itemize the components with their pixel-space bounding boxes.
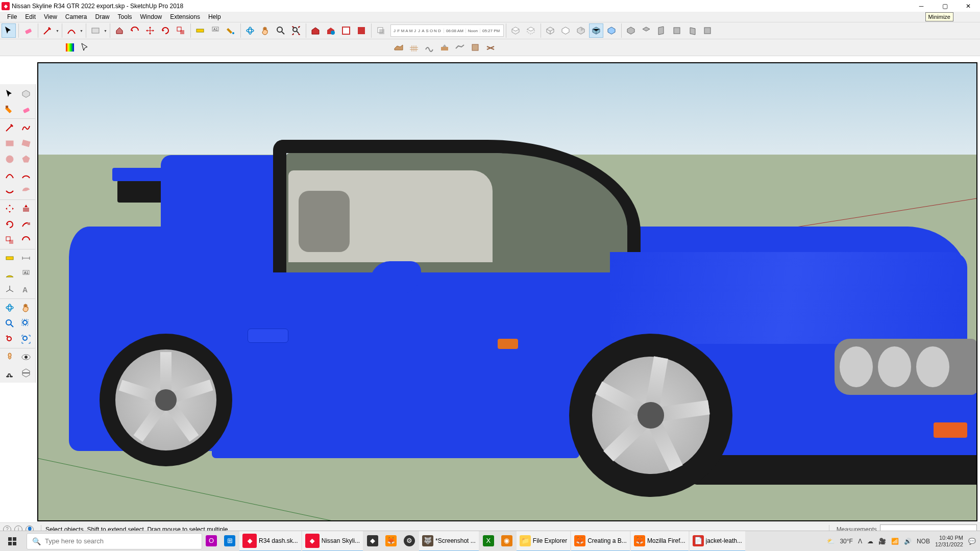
lt-pan[interactable] bbox=[19, 300, 33, 315]
lt-tape[interactable] bbox=[3, 251, 17, 265]
menu-extensions[interactable]: Extensions bbox=[166, 12, 204, 21]
pan-tool[interactable] bbox=[258, 23, 273, 38]
view-back-icon[interactable] bbox=[685, 23, 699, 38]
move-tool[interactable] bbox=[143, 23, 157, 38]
shadow-settings[interactable]: JFMAMJJASOND 06:08 AMNoon05:27 PM bbox=[390, 24, 504, 37]
zoom-tool[interactable] bbox=[274, 23, 288, 38]
viewport-3d[interactable] bbox=[37, 62, 977, 521]
lt-arc[interactable] bbox=[3, 168, 17, 182]
lt-freehand[interactable] bbox=[19, 120, 33, 135]
lt-3parc[interactable] bbox=[3, 184, 17, 198]
paint-tool[interactable] bbox=[224, 23, 238, 38]
tray-onedrive-icon[interactable]: ☁ bbox=[867, 538, 873, 545]
menu-view[interactable]: View bbox=[40, 12, 61, 21]
task-sketchup-2[interactable]: ◆Nissan Skyli... bbox=[302, 531, 363, 552]
lt-section[interactable] bbox=[19, 366, 33, 380]
tray-ime[interactable]: NOB bbox=[917, 538, 930, 545]
weather-temp[interactable]: 30°F bbox=[840, 538, 852, 545]
lt-zoom[interactable] bbox=[3, 316, 17, 331]
task-obs[interactable]: ⚙ bbox=[401, 531, 418, 552]
shadow-toggle[interactable] bbox=[374, 23, 388, 38]
taskbar-clock[interactable]: 10:40 PM 12/31/2022 bbox=[935, 535, 963, 548]
lt-paint[interactable] bbox=[3, 103, 17, 117]
lt-dim[interactable] bbox=[19, 251, 33, 265]
car-model[interactable] bbox=[69, 140, 977, 521]
lt-look[interactable] bbox=[19, 350, 33, 364]
taskbar-search[interactable]: 🔍 Type here to search bbox=[27, 533, 202, 549]
task-gimp[interactable]: 🐺*Screenshot ... bbox=[419, 531, 479, 552]
materials-swatch[interactable] bbox=[63, 40, 77, 55]
sandbox-6[interactable] bbox=[468, 40, 482, 55]
lt-pie[interactable] bbox=[19, 184, 33, 198]
maximize-button[interactable]: ▢ bbox=[933, 0, 957, 12]
sandbox-3[interactable] bbox=[422, 40, 436, 55]
hidden-style[interactable] bbox=[558, 23, 573, 38]
pushpull-tool[interactable] bbox=[112, 23, 127, 38]
shape-tool[interactable] bbox=[88, 23, 103, 38]
sandbox-1[interactable] bbox=[391, 40, 406, 55]
task-firefox-1[interactable]: 🦊 bbox=[382, 531, 400, 552]
sandbox-4[interactable] bbox=[437, 40, 452, 55]
view-iso-icon[interactable] bbox=[624, 23, 638, 38]
lt-rotate[interactable] bbox=[3, 217, 17, 232]
lt-zoomext[interactable] bbox=[19, 332, 33, 346]
line-dropdown[interactable]: ▼ bbox=[55, 29, 60, 33]
lt-select[interactable] bbox=[3, 87, 17, 101]
tray-chevron-icon[interactable]: ᐱ bbox=[858, 538, 862, 545]
weather-icon[interactable]: ⛅ bbox=[827, 538, 835, 545]
wireframe-style[interactable] bbox=[543, 23, 557, 38]
arc-tool[interactable] bbox=[64, 23, 79, 38]
task-explorer[interactable]: 📁File Explorer bbox=[517, 531, 570, 552]
orbit-tool[interactable] bbox=[243, 23, 257, 38]
line-tool[interactable] bbox=[40, 23, 55, 38]
ext-warehouse-tool[interactable] bbox=[324, 23, 338, 38]
zoom-extents-tool[interactable] bbox=[289, 23, 303, 38]
task-sketchup-1[interactable]: ◆R34 dash.sk... bbox=[239, 531, 301, 552]
xray-style[interactable] bbox=[508, 23, 523, 38]
minimize-button[interactable]: ─ bbox=[910, 0, 933, 12]
shape-dropdown[interactable]: ▼ bbox=[103, 29, 108, 33]
tray-volume-icon[interactable]: 🔊 bbox=[904, 538, 912, 545]
menu-file[interactable]: File bbox=[3, 12, 21, 21]
arc-dropdown[interactable]: ▼ bbox=[79, 29, 84, 33]
scale-tool[interactable] bbox=[174, 23, 188, 38]
lt-zoomprev[interactable] bbox=[3, 332, 17, 346]
lt-rect[interactable] bbox=[3, 136, 17, 151]
tray-wifi-icon[interactable]: 📶 bbox=[891, 538, 899, 545]
lt-line[interactable] bbox=[3, 120, 17, 135]
task-blender[interactable]: ◉ bbox=[498, 531, 516, 552]
notification-icon[interactable]: 💬 bbox=[968, 538, 976, 545]
warehouse-tool[interactable] bbox=[308, 23, 323, 38]
lt-followme[interactable] bbox=[19, 217, 33, 232]
lt-circle[interactable] bbox=[3, 152, 17, 166]
lt-text[interactable]: A1 bbox=[19, 267, 33, 281]
lt-axes[interactable] bbox=[3, 283, 17, 297]
offset-tool[interactable] bbox=[128, 23, 142, 38]
close-button[interactable]: ✕ bbox=[957, 0, 980, 12]
task-cortana[interactable]: O bbox=[203, 531, 220, 552]
start-button[interactable] bbox=[0, 531, 24, 552]
lt-move[interactable] bbox=[3, 202, 17, 216]
rotate-tool[interactable] bbox=[158, 23, 173, 38]
warehouse2-tool[interactable] bbox=[354, 23, 369, 38]
task-pdf[interactable]: 📄jacket-leath... bbox=[690, 531, 745, 552]
sandbox-2[interactable] bbox=[407, 40, 421, 55]
backedges-style[interactable] bbox=[524, 23, 538, 38]
task-xbox[interactable]: X bbox=[480, 531, 497, 552]
lt-protractor[interactable] bbox=[3, 267, 17, 281]
sample-tool[interactable] bbox=[78, 40, 92, 55]
text-tool[interactable]: A1 bbox=[208, 23, 223, 38]
sandbox-7[interactable] bbox=[483, 40, 498, 55]
menu-camera[interactable]: Camera bbox=[61, 12, 91, 21]
task-taskview[interactable]: ⊞ bbox=[221, 531, 238, 552]
sandbox-5[interactable] bbox=[453, 40, 467, 55]
lt-scale[interactable] bbox=[3, 233, 17, 247]
lt-zoomwin[interactable] bbox=[19, 316, 33, 331]
lt-component[interactable] bbox=[19, 87, 33, 101]
shaded-style[interactable] bbox=[574, 23, 588, 38]
lt-3dtext[interactable]: A bbox=[19, 283, 33, 297]
menu-tools[interactable]: Tools bbox=[114, 12, 136, 21]
mono-style[interactable] bbox=[604, 23, 619, 38]
layout-tool[interactable] bbox=[339, 23, 353, 38]
lt-position[interactable] bbox=[3, 350, 17, 364]
